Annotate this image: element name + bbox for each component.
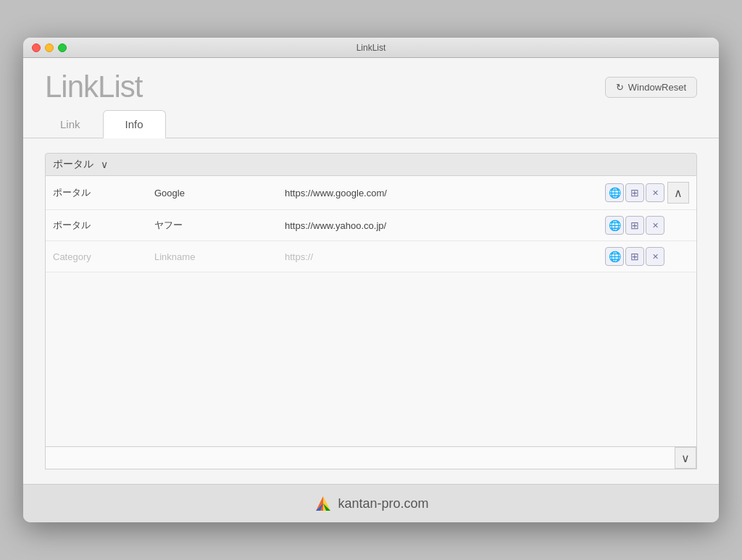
- app-footer: kantan-pro.com: [23, 484, 719, 522]
- logo-icon: [313, 493, 333, 514]
- close-button[interactable]: [32, 43, 41, 52]
- row2-url: https://www.yahoo.co.jp/: [285, 220, 599, 231]
- category-selected-label: ポータル: [53, 158, 93, 171]
- row1-delete-button[interactable]: ✕: [646, 183, 664, 202]
- placeholder-delete-button[interactable]: ✕: [646, 247, 664, 266]
- row2-actions: 🌐 ⊞ ✕: [605, 216, 664, 235]
- row2-name: ヤフー: [154, 219, 285, 232]
- scroll-controls: ∨: [46, 446, 696, 469]
- reset-button-label: WindowReset: [628, 82, 686, 93]
- row2-edit-button[interactable]: ⊞: [625, 216, 644, 235]
- link-table: ポータル Google https://www.google.com/ 🌐 ⊞ …: [45, 176, 697, 469]
- close-icon: ✕: [652, 188, 659, 198]
- chevron-down-icon: ∨: [101, 159, 108, 170]
- table-row: ポータル ヤフー https://www.yahoo.co.jp/ 🌐 ⊞ ✕: [46, 210, 696, 241]
- close-icon: ✕: [652, 252, 659, 262]
- placeholder-edit-button[interactable]: ⊞: [625, 247, 644, 266]
- tab-bar: Link Info: [23, 110, 719, 138]
- grid-icon: ⊞: [630, 187, 639, 198]
- traffic-lights: [32, 43, 67, 52]
- reset-icon: ↻: [616, 82, 624, 93]
- placeholder-row: Category Linkname https:// 🌐 ⊞ ✕: [46, 241, 696, 272]
- up-arrow-icon: ∧: [674, 186, 683, 200]
- row1-url: https://www.google.com/: [285, 188, 599, 198]
- tab-link[interactable]: Link: [38, 110, 103, 138]
- footer-logo: kantan-pro.com: [313, 493, 428, 514]
- titlebar: LinkList: [23, 38, 719, 58]
- category-bar: ポータル ∨: [45, 153, 697, 176]
- grid-icon: ⊞: [630, 220, 639, 231]
- window-title: LinkList: [357, 43, 386, 53]
- down-arrow-icon: ∨: [681, 451, 690, 465]
- row1-up-button[interactable]: ∧: [667, 182, 689, 204]
- maximize-button[interactable]: [58, 43, 67, 52]
- placeholder-category: Category: [53, 251, 154, 262]
- row1-edit-button[interactable]: ⊞: [625, 183, 644, 202]
- row1-name: Google: [154, 188, 285, 198]
- main-window: LinkList LinkList ↻ WindowReset Link Inf…: [23, 38, 719, 522]
- placeholder-name: Linkname: [154, 251, 285, 262]
- row2-open-button[interactable]: 🌐: [605, 216, 624, 235]
- globe-icon: 🌐: [609, 251, 621, 262]
- placeholder-url: https://: [285, 251, 599, 262]
- grid-icon: ⊞: [630, 251, 639, 262]
- placeholder-actions: 🌐 ⊞ ✕: [605, 247, 664, 266]
- row2-delete-button[interactable]: ✕: [646, 216, 664, 235]
- category-dropdown[interactable]: ∨: [101, 159, 108, 170]
- minimize-button[interactable]: [45, 43, 54, 52]
- app-title: LinkList: [45, 70, 142, 104]
- row1-open-button[interactable]: 🌐: [605, 183, 624, 202]
- scroll-down-button[interactable]: ∨: [675, 447, 696, 469]
- empty-space: [46, 272, 696, 446]
- globe-icon: 🌐: [609, 187, 621, 198]
- row1-category: ポータル: [53, 186, 154, 199]
- table-row: ポータル Google https://www.google.com/ 🌐 ⊞ …: [46, 176, 696, 210]
- footer-text: kantan-pro.com: [338, 496, 428, 511]
- tab-info[interactable]: Info: [103, 110, 166, 138]
- app-header: LinkList ↻ WindowReset: [23, 58, 719, 110]
- row1-actions: 🌐 ⊞ ✕: [605, 183, 664, 202]
- close-icon: ✕: [652, 221, 659, 230]
- main-content: ポータル ∨ ポータル Google https://www.google.co…: [23, 138, 719, 484]
- row2-category: ポータル: [53, 219, 154, 232]
- globe-icon: 🌐: [609, 220, 621, 231]
- content-area: LinkList ↻ WindowReset Link Info ポータル ∨: [23, 58, 719, 484]
- window-reset-button[interactable]: ↻ WindowReset: [605, 77, 697, 98]
- placeholder-open-button[interactable]: 🌐: [605, 247, 624, 266]
